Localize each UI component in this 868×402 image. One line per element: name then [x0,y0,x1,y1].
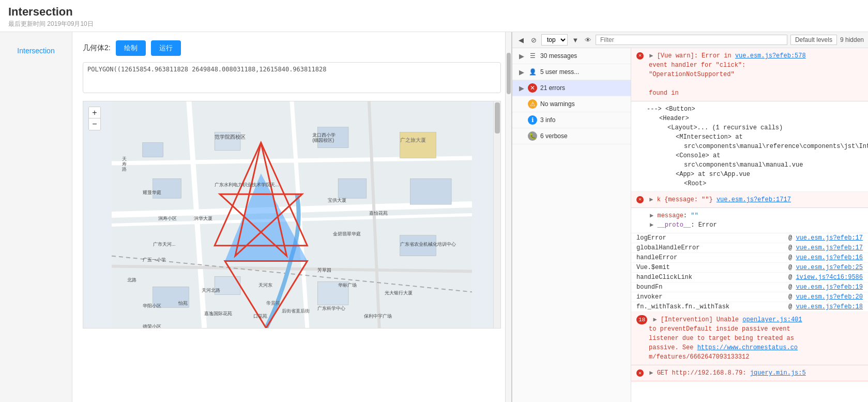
fn-row-globalHandleError: globalHandleError @ vue.esm.js?efeb:17 [631,243,868,253]
intervention-line3: listener due to target being treated as [636,335,794,342]
svg-text:涧寿小区: 涧寿小区 [158,216,177,221]
svg-rect-9 [143,143,163,157]
user-label: 5 user mess... [540,68,626,76]
svg-text:广市天河...: 广市天河... [153,242,175,247]
svg-text:广东水利电力职业技术学院天...: 广东水利电力职业技术学院天... [215,182,279,187]
tree-item-user[interactable]: ▶ 👤 5 user mess... [512,64,631,80]
errors-icon: ✕ [528,83,537,93]
sidebar-item-intersection[interactable]: Intersection [12,42,59,59]
devtools-panel: ◀ ⊘ top ▼ 👁 Default levels 9 hidden ▶ ☰ … [511,32,868,402]
svg-text:涧华大厦: 涧华大厦 [194,216,212,221]
content-inner: 几何体2: 绘制 运行 POLYGON((12615854.963811828 … [72,32,511,402]
verbose-label: 6 verbose [540,132,626,140]
fn-name-boundFn: boundFn [636,284,662,291]
messages-arrow-icon: ▶ [517,52,526,60]
intervention-line2: to preventDefault inside passive event [636,325,790,333]
log-entry-stack: ---> <Button> <Header> <Layout>... (1 re… [631,101,868,192]
levels-button[interactable]: Default levels [790,35,837,45]
verbose-icon: 🐛 [528,131,537,141]
svg-text:宝供大厦: 宝供大厦 [328,198,346,203]
hidden-badge: 9 hidden [840,36,864,43]
fn-link-globalHandleError[interactable]: @ vue.esm.js?efeb:17 [788,244,863,251]
user-arrow-icon: ▶ [517,68,526,76]
svg-text:光大银行大厦: 光大银行大厦 [385,290,413,295]
svg-rect-12 [400,132,436,158]
page-subtitle: 最后更新时间 2019年09月10日 [8,20,860,28]
log-vue-warn-text: [Vue warn]: Error in [657,52,735,59]
fn-row-handleError: handleError @ vue.esm.js?efeb:16 [631,253,868,263]
zoom-out-button[interactable]: − [89,118,100,130]
content-area: 几何体2: 绘制 运行 POLYGON((12615854.963811828 … [72,32,511,402]
fn-link-withTask[interactable]: @ vue.esm.js?efeb:18 [788,303,863,310]
draw-button[interactable]: 绘制 [116,40,146,56]
fn-link-boundFn[interactable]: @ vue.esm.js?efeb:19 [788,284,863,291]
polygon-textarea[interactable]: POLYGON((12615854.963811828 2649848.0080… [83,62,501,93]
console-tree: ▶ ☰ 30 messages ▶ 👤 5 user mess... ▶ ✕ 2… [512,48,631,402]
fn-link-emit[interactable]: @ vue.esm.js?efeb:25 [788,264,863,271]
zoom-in-button[interactable]: + [89,107,100,118]
svg-text:路: 路 [122,167,127,172]
log-entry-object-detail: ▶ message: "" ▶ __proto__: Error [631,208,868,233]
fn-link-handleClickLink[interactable]: @ iview.js?4c16:9586 [788,274,863,281]
svg-text:广五一小学: 广五一小学 [143,257,166,262]
log-vue-link2[interactable]: vue.esm.js?efeb:1717 [717,196,791,203]
svg-text:怡苑: 怡苑 [178,301,188,306]
stack-header: <Header> [647,114,863,123]
frame-select[interactable]: top [541,34,568,46]
log-entry-vue-warn: ✕ ▶ [Vue warn]: Error in vue.esm.js?efeb… [631,48,868,101]
log-operation-not-supported: "OperationNotSupported" [636,71,735,78]
get-expand[interactable]: ▶ [649,369,657,377]
tree-item-warnings[interactable]: ▶ ⚠ No warnings [512,96,631,112]
svg-rect-13 [410,178,451,204]
fn-link-invoker[interactable]: @ vue.esm.js?efeb:20 [788,293,863,301]
tree-item-messages[interactable]: ▶ ☰ 30 messages [512,48,631,64]
user-icon: 👤 [528,67,537,77]
svg-text:华标广场: 华标广场 [338,282,357,288]
log-found-in: found in [636,90,679,97]
fn-name-logError: logError [636,234,666,242]
stack-app: <App> at src\App.vue [647,170,863,179]
stack-console: <Console> at [647,151,863,160]
page-header: Intersection 最后更新时间 2019年09月10日 [0,0,868,32]
log-vue-link[interactable]: vue.esm.js?efeb:578 [735,52,806,59]
stack-console-path: src\components\manual\manual.vue [647,160,863,170]
log-expand-icon[interactable]: ▶ [649,52,657,59]
fn-row-logError: logError @ vue.esm.js?efeb:17 [631,233,868,243]
tree-item-info[interactable]: ▶ ℹ 3 info [512,112,631,128]
run-button[interactable]: 运行 [151,40,181,56]
log-entry-object: ✕ ▶ k {message: ""} vue.esm.js?efeb:1717 [631,192,868,208]
svg-rect-19 [153,178,181,198]
content-scrollbar[interactable] [505,32,511,402]
map-scrollbar[interactable] [493,101,500,328]
svg-text:保利中宇广场: 保利中宇广场 [364,314,392,319]
map-svg: 范学院西校区 龙口西小学 (穗园校区) 广之旅大厦 天 寿 路 耀显华庭 涧寿小… [83,101,500,328]
dropdown-icon[interactable]: ▼ [571,35,580,44]
fn-row-emit: Vue.$emit @ vue.esm.js?efeb:25 [631,263,868,273]
back-icon[interactable]: ◀ [516,35,526,44]
intervention-line4: passive. See https://www.chromestatus.co [636,344,798,351]
stack-mintersection: <MIntersection> at [647,132,863,142]
fn-link-handleError[interactable]: @ vue.esm.js?efeb:16 [788,254,863,261]
info-label: 3 info [540,116,626,124]
map-container[interactable]: 范学院西校区 龙口西小学 (穗园校区) 广之旅大厦 天 寿 路 耀显华庭 涧寿小… [83,101,501,329]
chromestatus-link[interactable]: https://www.chromestatus.co [697,344,798,351]
svg-text:帝景苑: 帝景苑 [266,301,280,306]
warnings-icon: ⚠ [528,99,537,109]
error-circle-icon: ✕ [636,52,644,59]
filter-input[interactable] [596,35,787,45]
fn-link-logError[interactable]: @ vue.esm.js?efeb:17 [788,234,863,242]
svg-text:(穗园校区): (穗园校区) [312,138,334,143]
tree-item-verbose[interactable]: ▶ 🐛 6 verbose [512,128,631,144]
sidebar: Intersection [0,32,72,402]
svg-text:范学院西校区: 范学院西校区 [215,134,246,140]
jquery-link[interactable]: jquery.min.js:5 [750,369,806,377]
errors-arrow-icon: ▶ [517,84,526,92]
messages-label: 30 messages [540,52,626,59]
block-icon[interactable]: ⊘ [529,35,538,44]
intervention-link[interactable]: openlayer.js:401 [742,316,802,323]
eye-icon[interactable]: 👁 [583,35,592,44]
object-expand[interactable]: ▶ [649,196,657,203]
tree-item-errors[interactable]: ▶ ✕ 21 errors [512,80,631,96]
svg-text:耀显华庭: 耀显华庭 [143,190,161,195]
intervention-expand[interactable]: ▶ [653,316,660,323]
